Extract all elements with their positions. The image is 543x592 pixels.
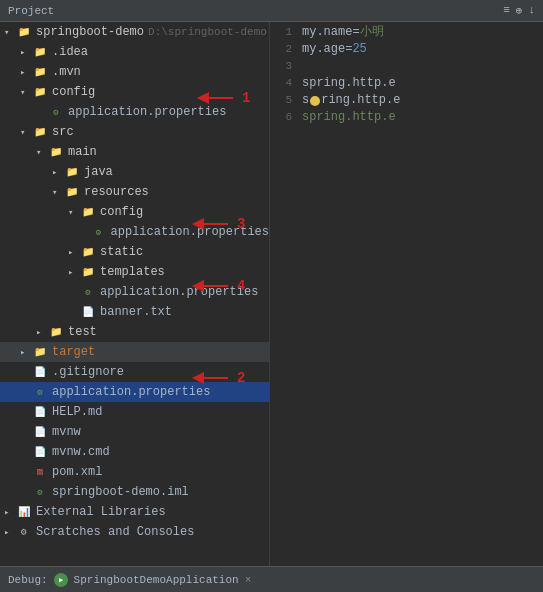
- tree-item-mvnwcmd[interactable]: 📄 mvnw.cmd: [0, 442, 269, 462]
- code-line-5: sring.http.e: [302, 92, 543, 109]
- line-num-6: 6: [270, 109, 292, 126]
- arrow-right-icon: [36, 327, 48, 338]
- item-label: application.properties: [111, 225, 269, 239]
- text-icon: 📄: [32, 405, 48, 419]
- code-val-1: 小明: [360, 25, 384, 39]
- tree-item-java[interactable]: 📁 java: [0, 162, 269, 182]
- iml-icon: ⚙: [32, 485, 48, 499]
- tree-item-gitignore[interactable]: 📄 .gitignore: [0, 362, 269, 382]
- extlib-icon: 📊: [16, 505, 32, 519]
- item-label: config: [52, 85, 95, 99]
- item-label: mvnw: [52, 425, 81, 439]
- item-label: Scratches and Consoles: [36, 525, 194, 539]
- tree-item-app-props-1[interactable]: ⚙ application.properties: [0, 102, 269, 122]
- line-num-2: 2: [270, 41, 292, 58]
- code-line-1: my.name=小明: [302, 24, 543, 41]
- item-label: static: [100, 245, 143, 259]
- text-icon: 📄: [32, 425, 48, 439]
- item-label: HELP.md: [52, 405, 102, 419]
- code-val-2: 25: [352, 42, 366, 56]
- tree-item-target[interactable]: 📁 target: [0, 342, 269, 362]
- folder-icon: 📁: [32, 45, 48, 59]
- tree-item-idea[interactable]: 📁 .idea: [0, 42, 269, 62]
- tree-item-app-props-2[interactable]: ⚙ application.properties: [0, 382, 269, 402]
- folder-icon: 📁: [80, 245, 96, 259]
- line-numbers: 1 2 3 4 5 6: [270, 22, 298, 566]
- item-label: java: [84, 165, 113, 179]
- arrow-right-icon: [20, 67, 32, 78]
- tree-item-iml[interactable]: ⚙ springboot-demo.iml: [0, 482, 269, 502]
- text-icon: 📄: [32, 365, 48, 379]
- code-key-5b: ring.http.e: [321, 92, 400, 109]
- arrow-right-icon: [52, 167, 64, 178]
- item-label: application.properties: [52, 385, 210, 399]
- tree-item-templates[interactable]: 📁 templates: [0, 262, 269, 282]
- line-num-3: 3: [270, 58, 292, 75]
- line-num-1: 1: [270, 24, 292, 41]
- path-label: D:\springboot-demo: [148, 26, 267, 38]
- tree-item-banner[interactable]: 📄 banner.txt: [0, 302, 269, 322]
- item-label: target: [52, 345, 95, 359]
- tab-close-button[interactable]: ×: [245, 574, 252, 586]
- line-num-5: 5: [270, 92, 292, 109]
- file-tree: 📁 springboot-demo D:\springboot-demo 📁 .…: [0, 22, 270, 566]
- arrow-right-icon: [4, 527, 16, 538]
- properties-icon: ⚙: [48, 105, 64, 119]
- line-num-4: 4: [270, 75, 292, 92]
- folder-open-icon: 📁: [64, 185, 80, 199]
- arrow-right-icon: [68, 267, 80, 278]
- item-label: External Libraries: [36, 505, 166, 519]
- arrow-right-icon: [20, 347, 32, 358]
- properties-icon: ⚙: [32, 385, 48, 399]
- properties-icon: ⚙: [80, 285, 96, 299]
- code-key-2: my.age=: [302, 42, 352, 56]
- tree-item-src[interactable]: 📁 src: [0, 122, 269, 142]
- arrow-right-icon: [4, 507, 16, 518]
- tree-item-static[interactable]: 📁 static: [0, 242, 269, 262]
- code-content: 1 2 3 4 5 6 my.name=小明 my.age=25 spring.…: [270, 22, 543, 566]
- tree-item-springboot-demo[interactable]: 📁 springboot-demo D:\springboot-demo: [0, 22, 269, 42]
- run-icon[interactable]: [54, 573, 68, 587]
- tree-item-mvnw[interactable]: 📄 mvnw: [0, 422, 269, 442]
- text-icon: 📄: [80, 305, 96, 319]
- tree-item-config2[interactable]: 📁 config: [0, 202, 269, 222]
- add-icon[interactable]: ⊕: [516, 4, 523, 17]
- code-line-3: [302, 58, 543, 75]
- sync-icon[interactable]: ↓: [528, 4, 535, 17]
- item-label: mvnw.cmd: [52, 445, 110, 459]
- menu-icon[interactable]: ≡: [503, 4, 510, 17]
- tree-item-scratches[interactable]: ⚙ Scratches and Consoles: [0, 522, 269, 542]
- properties-icon: ⚙: [91, 225, 107, 239]
- item-label: .gitignore: [52, 365, 124, 379]
- code-line-2: my.age=25: [302, 41, 543, 58]
- code-key-4: spring.http.e: [302, 76, 396, 90]
- tree-item-app-props-3[interactable]: ⚙ application.properties: [0, 222, 269, 242]
- arrow-down-icon: [20, 87, 32, 98]
- item-label: src: [52, 125, 74, 139]
- project-title: Project: [8, 5, 54, 17]
- top-bar: Project ≡ ⊕ ↓: [0, 0, 543, 22]
- tree-item-pom[interactable]: m pom.xml: [0, 462, 269, 482]
- item-label: resources: [84, 185, 149, 199]
- folder-icon: 📁: [80, 265, 96, 279]
- code-key-5a: s: [302, 92, 309, 109]
- code-line-6: spring.http.e: [302, 109, 543, 126]
- tree-item-help[interactable]: 📄 HELP.md: [0, 402, 269, 422]
- tree-item-main[interactable]: 📁 main: [0, 142, 269, 162]
- tree-item-resources[interactable]: 📁 resources: [0, 182, 269, 202]
- folder-icon: 📁: [32, 65, 48, 79]
- tree-item-extlib[interactable]: 📊 External Libraries: [0, 502, 269, 522]
- tree-item-app-props-4[interactable]: ⚙ application.properties: [0, 282, 269, 302]
- code-key-1: my.name=: [302, 25, 360, 39]
- top-bar-icons[interactable]: ≡ ⊕ ↓: [503, 4, 535, 17]
- code-panel: 1 2 3 4 5 6 my.name=小明 my.age=25 spring.…: [270, 22, 543, 566]
- item-label: main: [68, 145, 97, 159]
- item-label: pom.xml: [52, 465, 102, 479]
- arrow-down-icon: [36, 147, 48, 158]
- arrow-right-icon: [20, 47, 32, 58]
- tree-item-config1[interactable]: 📁 config: [0, 82, 269, 102]
- item-label: banner.txt: [100, 305, 172, 319]
- tree-item-test[interactable]: 📁 test: [0, 322, 269, 342]
- tree-item-mvn[interactable]: 📁 .mvn: [0, 62, 269, 82]
- folder-open-icon: 📁: [48, 145, 64, 159]
